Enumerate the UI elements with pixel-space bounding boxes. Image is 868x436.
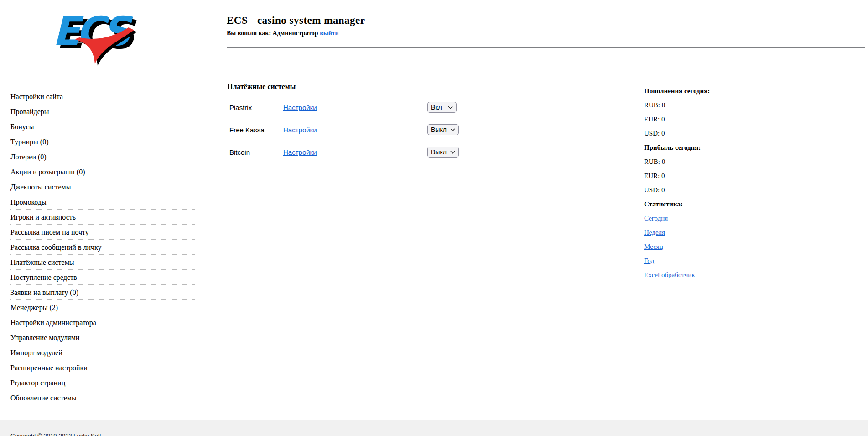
sidebar-item[interactable]: Заявки на выплату (0)	[10, 285, 195, 300]
payment-name: Piastrix	[229, 104, 283, 111]
sidebar-item[interactable]: Расширенные настройки	[10, 360, 195, 375]
sidebar-item[interactable]: Рассылка сообщений в личку	[10, 240, 195, 255]
payment-row: Piastrix Настройки Вкл	[229, 101, 634, 113]
profit-rub-value: RUB: 0	[644, 158, 868, 166]
profit-heading: Прибыль сегодня:	[644, 143, 868, 152]
sidebar-item[interactable]: Бонусы	[10, 119, 195, 134]
sidebar-item[interactable]: Провайдеры	[10, 104, 195, 119]
content-columns: Настройки сайта Провайдеры Бонусы Турнир…	[0, 78, 868, 405]
logout-link[interactable]: выйти	[320, 30, 339, 37]
sidebar-item[interactable]: Настройки сайта	[10, 89, 195, 104]
payment-row: Bitcoin Настройки Выкл	[229, 146, 634, 158]
sidebar-item[interactable]: Платёжные системы	[10, 255, 195, 270]
payment-state-select-wrap: Выкл	[427, 147, 459, 158]
payment-state-select-wrap: Вкл	[427, 102, 457, 113]
sidebar-item[interactable]: Управление модулями	[10, 330, 195, 345]
stats-link-week[interactable]: Неделя	[644, 229, 665, 236]
payment-state-select-wrap: Выкл	[427, 124, 459, 135]
sidebar-item[interactable]: Обновление системы	[10, 390, 195, 405]
payment-state-select[interactable]: Вкл	[427, 102, 457, 113]
ecs-logo-image: ECS ECS	[50, 7, 141, 66]
sidebar-item[interactable]: Менеджеры (2)	[10, 300, 195, 315]
sidebar-item[interactable]: Промокоды	[10, 194, 195, 210]
stats-link-month[interactable]: Месяц	[644, 243, 663, 250]
copyright-text: Copyright © 2019-2023 Lucky Soft	[10, 432, 868, 436]
sidebar: Настройки сайта Провайдеры Бонусы Турнир…	[0, 78, 218, 405]
deposits-usd-value: USD: 0	[644, 129, 868, 137]
main-content: Платёжные системы Piastrix Настройки Вкл…	[218, 78, 634, 405]
profit-eur-value: EUR: 0	[644, 172, 868, 180]
payment-systems-list: Piastrix Настройки Вкл Free Kassa Настро…	[229, 101, 634, 158]
stats-link-year[interactable]: Год	[644, 257, 654, 264]
page-title: ECS - casino system manager	[227, 15, 365, 26]
profit-usd-value: USD: 0	[644, 186, 868, 194]
sidebar-item[interactable]: Редактор страниц	[10, 375, 195, 390]
payment-state-select[interactable]: Выкл	[427, 124, 459, 135]
sidebar-item[interactable]: Турниры (0)	[10, 134, 195, 149]
header: ECS ECS ECS - casino system manager Вы в…	[0, 0, 868, 68]
sidebar-item[interactable]: Настройки администратора	[10, 315, 195, 330]
deposits-heading: Пополнения сегодня:	[644, 87, 868, 95]
sidebar-item[interactable]: Акции и розыгрыши (0)	[10, 164, 195, 179]
sidebar-menu: Настройки сайта Провайдеры Бонусы Турнир…	[10, 89, 195, 405]
sidebar-item[interactable]: Игроки и активность	[10, 210, 195, 225]
sidebar-item[interactable]: Джекпоты системы	[10, 179, 195, 194]
sidebar-item[interactable]: Импорт модулей	[10, 345, 195, 360]
deposits-rub-value: RUB: 0	[644, 101, 868, 109]
sidebar-item[interactable]: Поступление средств	[10, 270, 195, 285]
section-heading: Платёжные системы	[227, 82, 634, 91]
sidebar-item[interactable]: Рассылка писем на почту	[10, 225, 195, 240]
stats-sidebar: Пополнения сегодня: RUB: 0 EUR: 0 USD: 0…	[634, 78, 868, 405]
stats-heading: Статистика:	[644, 200, 868, 208]
stats-link-excel[interactable]: Excel обработчик	[644, 271, 695, 278]
stats-link-today[interactable]: Сегодня	[644, 215, 668, 222]
payment-settings-link[interactable]: Настройки	[283, 148, 317, 156]
header-divider	[227, 47, 865, 48]
sidebar-item[interactable]: Лотереи (0)	[10, 149, 195, 164]
payment-name: Free Kassa	[229, 126, 283, 134]
logged-in-as-label: Вы вошли как: Администратор	[227, 30, 318, 37]
ecs-logo: ECS ECS	[50, 7, 141, 66]
payment-name: Bitcoin	[229, 148, 283, 156]
payment-settings-link[interactable]: Настройки	[283, 104, 317, 111]
deposits-eur-value: EUR: 0	[644, 115, 868, 123]
payment-row: Free Kassa Настройки Выкл	[229, 124, 634, 136]
footer: Copyright © 2019-2023 Lucky Soft	[0, 420, 868, 436]
payment-settings-link[interactable]: Настройки	[283, 126, 317, 134]
login-status-line: Вы вошли как: Администратор выйти	[227, 30, 365, 37]
payment-state-select[interactable]: Выкл	[427, 147, 459, 158]
